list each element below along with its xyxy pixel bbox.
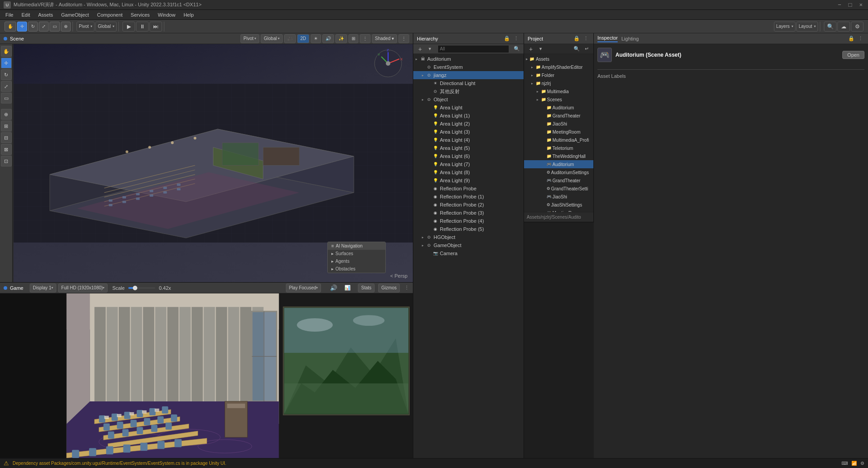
open-asset-btn[interactable]: Open [842,51,864,59]
hierarchy-item-reflection-probe-3[interactable]: ◉ Reflection Probe (3) [413,209,524,217]
hierarchy-item-object[interactable]: ▸ ⊙ Object [413,95,524,104]
pause-button[interactable]: ⏸ [136,22,149,32]
hierarchy-item-area-light-5[interactable]: 💡 Area Light (5) [413,144,524,152]
project-item-2[interactable]: ▸ 📁 njzlrj [524,79,593,87]
inspector-lock-btn[interactable]: 🔒 [847,35,855,43]
scene-custom-tool5[interactable]: ⊡ [1,156,12,166]
hierarchy-item-reflection-probe-1[interactable]: ◉ Reflection Probe (1) [413,193,524,201]
hierarchy-lock-btn[interactable]: 🔒 [503,35,511,43]
scene-custom-tool4[interactable]: ⊠ [1,144,12,155]
project-assets-root[interactable]: ▸ 📁 Assets [524,55,593,63]
close-btn[interactable]: × [857,1,864,8]
scale-slider[interactable] [128,287,155,289]
project-item-9[interactable]: 📁 MultimediaA_Profi [524,136,593,144]
menu-help[interactable]: Help [180,11,198,18]
menu-component[interactable]: Component [93,11,126,18]
global-scene-btn[interactable]: Global▾ [261,34,283,43]
hierarchy-item-hgobject[interactable]: ▸ ⊙ HGObject [413,233,524,241]
project-item-14[interactable]: 🎮 GrandTheater [524,176,593,184]
hierarchy-item-reflection-probe-4[interactable]: ◉ Reflection Probe (4) [413,217,524,225]
hierarchy-create-btn[interactable]: ▾ [426,45,434,53]
scene-move-tool[interactable]: ✛ [1,58,12,68]
project-item-10[interactable]: 📁 Teletorium [524,144,593,152]
inspector-tab-label[interactable]: Inspector [597,35,618,42]
play-button[interactable]: ▶ [122,22,135,32]
hierarchy-item-directional-light[interactable]: ☀ Directional Light [413,79,524,87]
menu-services[interactable]: Services [127,11,153,18]
hierarchy-add-btn[interactable]: + [416,45,424,53]
inspector-more-btn[interactable]: ⋮ [856,35,864,43]
fx-btn[interactable]: ✨ [335,34,347,43]
transform-tool[interactable]: ⊕ [61,22,71,32]
scene-tab-label[interactable]: Scene [10,36,24,41]
project-item-4[interactable]: ▸ 📁 Scenes [524,95,593,104]
scene-scale-tool[interactable]: ⤢ [1,81,12,92]
scene-gizmo-widget[interactable]: X Y Z [372,48,404,79]
scene-more2-btn[interactable]: ⋮ [398,34,409,43]
hierarchy-item-qita-fanshe[interactable]: ⊙ 其他反射 [413,87,524,95]
ai-nav-agents[interactable]: ▸ Agents [328,257,385,265]
project-item-8[interactable]: 📁 MeetingRoom [524,128,593,136]
menu-assets[interactable]: Assets [35,11,57,18]
scene-rect-tool[interactable]: ▭ [1,93,12,104]
hierarchy-more-btn[interactable]: ⋮ [512,35,520,43]
hierarchy-item-area-light-3[interactable]: 💡 Area Light (3) [413,128,524,136]
menu-window[interactable]: Window [154,11,179,18]
rect-tool[interactable]: ▭ [50,22,60,32]
project-item-1[interactable]: ▸ 📁 Folder [524,71,593,79]
minimize-btn[interactable]: − [836,1,843,8]
scene-render-mode[interactable]: Shaded ▾ [372,34,397,43]
game-audio-icon[interactable]: 🔊 [330,284,337,291]
hierarchy-item-gameobject[interactable]: ▸ ⊙ GameObject [413,241,524,249]
project-item-12[interactable]: 🎮 Auditorium [524,160,593,168]
ai-nav-surfaces[interactable]: ▸ Surfaces [328,250,385,257]
maximize-btn[interactable]: □ [847,1,854,8]
project-tab-label[interactable]: Project [528,36,543,41]
play-focused-btn[interactable]: Play Focused ▾ [286,284,321,292]
project-add-btn[interactable]: + [527,45,535,53]
project-lock-btn[interactable]: 🔒 [573,35,581,43]
project-more-btn[interactable]: ⋮ [582,35,590,43]
project-item-15[interactable]: ⚙ GrandTheaterSetti [524,184,593,193]
hierarchy-item-reflection-probe-2[interactable]: ◉ Reflection Probe (2) [413,201,524,209]
pivot-scene-btn[interactable]: Pivot▾ [240,34,259,43]
ai-nav-obstacles[interactable]: ▸ Obstacles [328,265,385,273]
scale-tool[interactable]: ⤢ [39,22,49,32]
scene-custom-tool3[interactable]: ⊟ [1,132,12,143]
scene-hand-tool[interactable]: ✋ [1,46,12,57]
game-more-btn[interactable]: ⋮ [404,285,409,291]
hierarchy-item-area-light-2[interactable]: 💡 Area Light (2) [413,120,524,128]
scale-slider-handle[interactable] [133,286,137,290]
menu-file[interactable]: File [2,11,17,18]
hierarchy-search-icon[interactable]: 🔍 [513,45,521,53]
gizmos-btn[interactable]: Gizmos [378,284,400,292]
hierarchy-item-reflection-probe[interactable]: ◉ Reflection Probe [413,184,524,193]
scene-more-btn[interactable]: ⋮ [360,34,371,43]
project-item-18[interactable]: 🎮 MeetingRoom [524,209,593,212]
hierarchy-item-eventsystem[interactable]: ⊙ EventSystem [413,63,524,71]
resolution-dropdown[interactable]: Full HD (1920x1080) ▾ [58,284,108,292]
hand-tool[interactable]: ✋ [5,22,16,32]
hierarchy-item-area-light-9[interactable]: 💡 Area Light (9) [413,176,524,184]
keyboard-icon[interactable]: ⌨ [841,461,848,466]
project-item-13[interactable]: ⚙ AuditoriumSettings [524,168,593,176]
project-item-11[interactable]: 📁 TheWeddingHall [524,152,593,160]
hierarchy-item-auditorium[interactable]: ▸ 🏛 Auditorium [413,55,524,63]
hierarchy-tab-label[interactable]: Hierarchy [417,36,438,41]
layers-dropdown[interactable]: Layers ▾ [774,22,796,32]
layout-dropdown[interactable]: Layout ▾ [796,22,818,32]
project-search-go[interactable]: ↵ [583,45,591,53]
project-item-16[interactable]: 🎮 JiaoShi [524,193,593,201]
settings-icon[interactable]: ⚙ [860,461,864,466]
scene-3d-viewport[interactable]: X Y Z < Persp ≡ A [14,44,413,282]
project-search-btn[interactable]: 🔍 [573,45,581,53]
hierarchy-search-input[interactable] [438,45,509,53]
menu-gameobject[interactable]: GameObject [58,11,93,18]
game-tab-label[interactable]: Game [10,285,23,291]
display-dropdown[interactable]: Display 1 ▾ [30,284,56,292]
stats-btn[interactable]: Stats [358,284,375,292]
scene-gizmo-btn[interactable]: ⊞ [348,34,358,43]
hierarchy-item-area-light-6[interactable]: 💡 Area Light (6) [413,152,524,160]
game-stats-icon[interactable]: 📊 [344,285,351,291]
hierarchy-item-camera[interactable]: 📷 Camera [413,249,524,257]
